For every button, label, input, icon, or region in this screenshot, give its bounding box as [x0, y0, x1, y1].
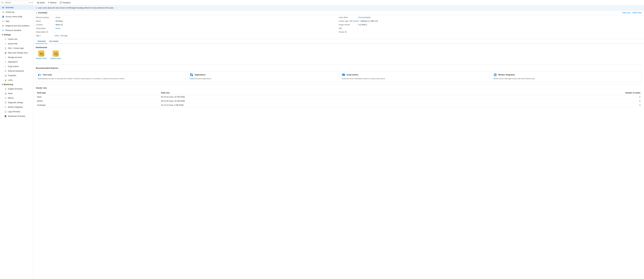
search-icon: 🔍	[1, 2, 4, 4]
dashboard-item-ambari-views[interactable]: 🐝 Ambari views	[50, 50, 61, 60]
essentials-collapse-icon[interactable]: ▲	[36, 12, 38, 14]
sidebar-item-ssh-cluster-login[interactable]: 💡 SSH + Cluster login	[0, 46, 33, 51]
feature-card-auto-scale[interactable]: Auto scale Automatically increase or dec…	[36, 71, 186, 82]
cluster-table-header-row: Node type Node size Number of nodes	[36, 91, 642, 95]
sidebar-item-storage-accounts[interactable]: ≡ Storage accounts	[0, 55, 33, 60]
sidebar-item-label: Metrics	[8, 97, 14, 99]
sidebar-item-diagnostic-settings[interactable]: ☰ Diagnostic settings	[0, 100, 33, 105]
ambari-home-icon: 🐝	[38, 50, 44, 57]
feature-card-monitor-integration[interactable]: Monitor integration Monitor Azure HDInsi…	[492, 71, 642, 82]
svg-rect-4	[192, 73, 193, 75]
cluster-row-worker: Worker E8 V3 (8 Cores, 64 GB RAM) 4	[36, 99, 642, 103]
node-count-worker: 4	[449, 99, 642, 103]
json-view-link[interactable]: JSON View	[632, 12, 642, 14]
documentation-link[interactable]: Documentation	[358, 16, 371, 19]
feature-header-monitor-integration: Monitor integration	[494, 73, 640, 77]
sidebar-item-label: Monitor integration	[8, 106, 23, 108]
feedback-button[interactable]: 💬 Feedback	[58, 1, 72, 5]
sidebar-item-label: Overview	[6, 7, 14, 9]
monitoring-label: Monitoring	[4, 83, 13, 86]
refresh-button[interactable]: ↻ Refresh	[47, 1, 58, 5]
sidebar-item-script-actions[interactable]: ≡ Script actions	[0, 64, 33, 69]
dashboard-item-ambari-home[interactable]: 🐝 Ambari home	[36, 50, 46, 60]
access-control-icon: 👤	[2, 16, 4, 18]
sidebar-item-quota-limits[interactable]: ≡ Quota limits	[0, 42, 33, 46]
monitoring-section-header[interactable]: ▾ Monitoring	[0, 82, 33, 87]
sidebar-item-applications[interactable]: ≡ Applications	[0, 60, 33, 64]
essentials-row-status: Status : Running	[36, 20, 339, 23]
ambari-views-label[interactable]: Ambari views	[50, 57, 61, 60]
sidebar: 🔍 ✕ « ⊞ Overview 📋 Activity log 👤 Access…	[0, 0, 33, 279]
insights-icon: 💡	[4, 88, 7, 90]
sidebar-item-data-lake-storage[interactable]: ▦ Data Lake Storage Gen1	[0, 51, 33, 55]
feature-header-script-actions: Script actions	[342, 73, 488, 77]
feature-card-script-actions[interactable]: Script actions Customize Azure HDInsight…	[340, 71, 490, 82]
sidebar-item-cluster-size[interactable]: ✏ Cluster size	[0, 37, 33, 42]
sidebar-item-label: Applications	[8, 61, 18, 63]
sidebar-item-label: Diagnose and solve problems	[6, 25, 30, 27]
search-input[interactable]	[4, 1, 29, 4]
move-subscription-link[interactable]: move	[56, 27, 60, 30]
sidebar-item-properties[interactable]: 📊 Properties	[0, 73, 33, 78]
sidebar-item-diagnose[interactable]: ✖ Diagnose and solve problems	[0, 24, 33, 28]
sidebar-item-resource-visualizer[interactable]: ⊕ Resource visualizer	[0, 28, 33, 33]
activity-log-icon: 📋	[2, 11, 4, 13]
tabs: Overview Get started	[33, 39, 644, 44]
sidebar-item-label: Resource visualizer	[6, 29, 22, 32]
essentials-row-tags: Tags ( edit ) : Add tags	[36, 35, 339, 38]
features-grid: Auto scale Automatically increase or dec…	[36, 71, 642, 82]
refresh-icon: ↻	[48, 2, 50, 4]
sidebar-item-overview[interactable]: ⊞ Overview	[0, 5, 33, 10]
svg-point-12	[495, 74, 496, 75]
settings-collapse-icon: ▾	[2, 34, 3, 36]
sidebar-item-label: Quota limits	[8, 43, 18, 45]
essentials-left-col: Resource group : move : Status : Running…	[36, 16, 339, 38]
sidebar-item-insights-preview[interactable]: 💡 Insights (Preview)	[0, 87, 33, 91]
dashboards-section: Dashboards 🐝 Ambari home 🐝 Ambari views	[33, 44, 644, 64]
sidebar-item-locks[interactable]: 🔒 Locks	[0, 78, 33, 82]
essentials-row-subscription-id: Subscription ID :	[36, 31, 339, 34]
feature-card-applications[interactable]: Applications Install third party applica…	[188, 71, 338, 82]
collapse-sidebar-icon[interactable]: «	[32, 2, 33, 4]
sidebar-item-activity-log[interactable]: 📋 Activity log	[0, 10, 33, 15]
applications-icon: ≡	[4, 61, 7, 63]
edit-tags-link[interactable]: edit	[54, 35, 58, 37]
essentials-body: Resource group : move : Status : Running…	[33, 15, 644, 39]
banner-link[interactable]: →	[115, 7, 117, 9]
ambari-home-label[interactable]: Ambari home	[36, 57, 46, 60]
sidebar-item-label: Storage accounts	[8, 56, 22, 58]
settings-label: Settings	[4, 34, 11, 36]
add-tags-link[interactable]: Add tags	[60, 35, 68, 37]
tab-get-started[interactable]: Get started	[48, 39, 60, 44]
sidebar-item-tags[interactable]: 🏷 Tags	[0, 19, 33, 24]
svg-rect-3	[190, 73, 191, 75]
sidebar-item-workbooks-preview[interactable]: 📘 Workbooks (Preview)	[0, 114, 33, 119]
sidebar-item-logs-preview[interactable]: 📋 Logs (Preview)	[0, 109, 33, 114]
settings-section-header[interactable]: ▾ Settings	[0, 33, 33, 37]
essentials-right-col: Learn More : Documentation Cluster type,…	[339, 16, 642, 38]
sidebar-item-metrics[interactable]: 📈 Metrics	[0, 96, 33, 100]
sidebar-item-access-control[interactable]: 👤 Access control (IAM)	[0, 15, 33, 19]
sidebar-item-alerts[interactable]: 📊 Alerts	[0, 91, 33, 96]
tab-overview[interactable]: Overview	[36, 39, 48, 44]
move-resource-group-link[interactable]: move	[56, 16, 60, 19]
close-icon[interactable]: ✕	[30, 2, 31, 4]
info-icon: ℹ	[36, 7, 36, 9]
cluster-size-title: Cluster size	[36, 87, 642, 89]
script-actions-feature-icon	[342, 73, 345, 77]
view-cost-link[interactable]: View Cost	[622, 12, 630, 14]
auto-scale-icon	[38, 73, 42, 77]
external-metastores-icon: ☰	[4, 70, 7, 72]
sidebar-item-external-metastores[interactable]: ☰ External metastores	[0, 69, 33, 73]
logs-icon: 📋	[4, 110, 7, 113]
delete-button[interactable]: 🗑 Delete	[36, 1, 46, 5]
sidebar-item-monitor-integration[interactable]: ⊙ Monitor integration	[0, 105, 33, 109]
toolbar: 🗑 Delete ↻ Refresh 💬 Feedback	[33, 0, 644, 6]
essentials-row-subscription: Subscription : move :	[36, 27, 339, 30]
cluster-row-zookeeper: Zookeeper A2 v2 (2 Cores, 4 GB RAM) 3	[36, 103, 642, 107]
sidebar-item-label: Tags	[6, 20, 9, 22]
cluster-size-table: Node type Node size Number of nodes Head…	[36, 91, 642, 107]
col-header-node-type: Node type	[36, 91, 160, 95]
cluster-row-head: Head E4 V3 (4 Cores, 32 GB RAM) 2	[36, 95, 642, 99]
sidebar-item-label: Script actions	[8, 65, 19, 68]
